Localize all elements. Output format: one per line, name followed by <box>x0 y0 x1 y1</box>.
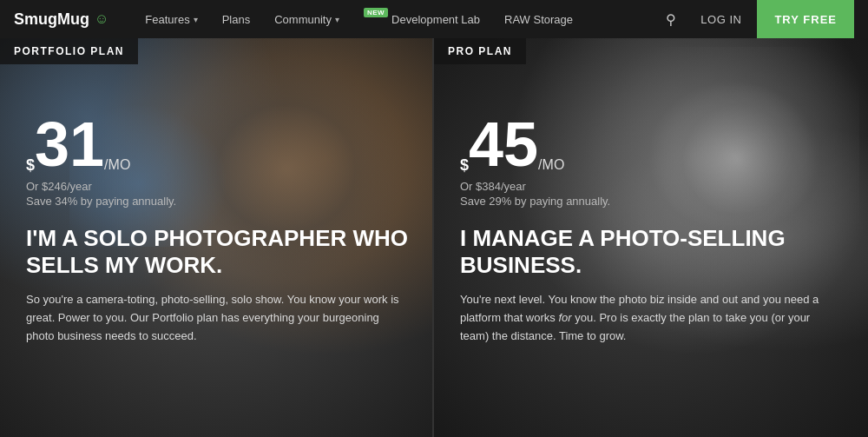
plan-content-portfolio: PORTFOLIO PLAN $ 31 /MO Or $246/year Sav… <box>0 38 434 437</box>
nav-label-plans: Plans <box>222 13 251 26</box>
chevron-down-icon: ▾ <box>335 15 339 24</box>
plan-description-pro: You're next level. You know the photo bi… <box>460 291 842 345</box>
price-period-pro: /MO <box>538 157 564 173</box>
price-save-portfolio: Save 34% by paying annually. <box>26 195 408 208</box>
price-row-pro: $ 45 /MO <box>460 116 842 173</box>
logo-icon: ☺ <box>95 11 108 27</box>
price-period-portfolio: /MO <box>104 157 130 173</box>
plan-content-pro: PRO PLAN $ 45 /MO Or $384/year Save 29% … <box>434 38 868 437</box>
plan-headline-pro: I MANAGE A PHOTO-SELLING BUSINESS. <box>460 225 842 279</box>
plan-tag-portfolio: PORTFOLIO PLAN <box>0 38 138 64</box>
price-dollar-portfolio: $ <box>26 157 35 173</box>
price-section-portfolio: $ 31 /MO Or $246/year Save 34% by paying… <box>26 116 408 208</box>
price-section-pro: $ 45 /MO Or $384/year Save 29% by paying… <box>460 116 842 208</box>
nav-right: ⚲ LOG IN TRY FREE <box>657 0 854 38</box>
logo[interactable]: SmugMug ☺ <box>14 10 108 29</box>
plan-card-portfolio: PORTFOLIO PLAN $ 31 /MO Or $246/year Sav… <box>0 38 434 437</box>
search-icon[interactable]: ⚲ <box>657 11 685 28</box>
price-annual-portfolio: Or $246/year <box>26 180 408 193</box>
price-annual-pro: Or $384/year <box>460 180 842 193</box>
plan-tag-pro: PRO PLAN <box>434 38 526 64</box>
nav-links: Features ▾ Plans Community ▾ NEW Develop… <box>133 0 657 38</box>
nav-item-devlab[interactable]: NEW Development Lab <box>352 0 492 38</box>
plans-container: PORTFOLIO PLAN $ 31 /MO Or $246/year Sav… <box>0 38 868 437</box>
plan-headline-portfolio: I'M A SOLO PHOTOGRAPHER WHO SELLS MY WOR… <box>26 225 408 279</box>
logo-text: SmugMug <box>14 10 89 29</box>
nav-label-features: Features <box>145 13 189 26</box>
plan-card-pro: PRO PLAN $ 45 /MO Or $384/year Save 29% … <box>434 38 868 437</box>
nav-item-plans[interactable]: Plans <box>210 0 263 38</box>
price-dollar-pro: $ <box>460 157 469 173</box>
nav-label-raw-storage: RAW Storage <box>504 13 573 26</box>
nav-item-community[interactable]: Community ▾ <box>262 0 352 38</box>
nav-item-features[interactable]: Features ▾ <box>133 0 209 38</box>
nav-item-raw-storage[interactable]: RAW Storage <box>492 0 585 38</box>
price-save-pro: Save 29% by paying annually. <box>460 195 842 208</box>
login-button[interactable]: LOG IN <box>688 13 753 26</box>
try-free-button[interactable]: TRY FREE <box>757 0 854 38</box>
chevron-down-icon: ▾ <box>194 15 198 24</box>
navbar: SmugMug ☺ Features ▾ Plans Community ▾ N… <box>0 0 868 38</box>
price-amount-pro: 45 <box>469 116 538 173</box>
price-amount-portfolio: 31 <box>35 116 104 173</box>
nav-badge-new: NEW <box>364 8 388 17</box>
plan-description-portfolio: So you're a camera-toting, photo-selling… <box>26 291 408 345</box>
nav-label-community: Community <box>274 13 332 26</box>
nav-label-devlab: Development Lab <box>391 13 480 26</box>
price-row-portfolio: $ 31 /MO <box>26 116 408 173</box>
